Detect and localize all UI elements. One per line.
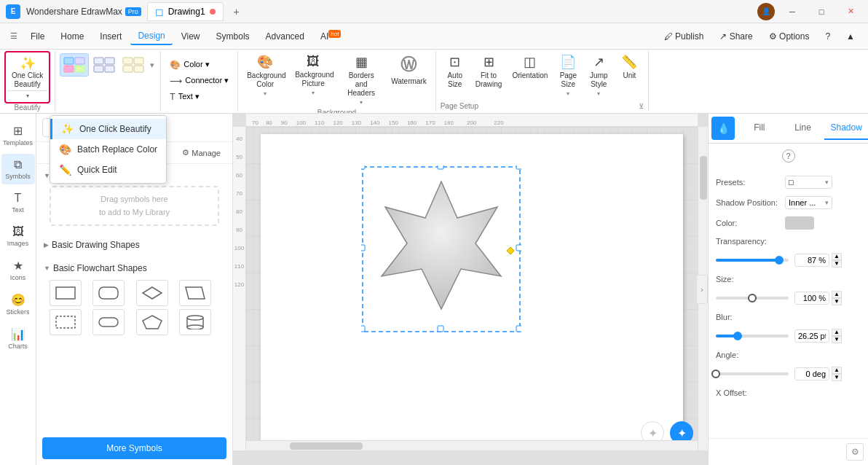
blur-spinner[interactable]: ▲ ▼: [832, 329, 842, 343]
menu-options[interactable]: ⚙ Options: [762, 28, 817, 44]
menu-share[interactable]: ↗ Share: [712, 28, 760, 44]
basic-drawing-header[interactable]: ▶ Basic Drawing Shapes: [44, 238, 225, 252]
blur-up[interactable]: ▲: [832, 329, 842, 336]
tab-fill[interactable]: Fill: [738, 117, 781, 140]
menu-ai[interactable]: AIhot: [313, 28, 348, 44]
shape-item-diamond[interactable]: [136, 280, 168, 306]
transparency-spinner[interactable]: ▲ ▼: [832, 253, 842, 267]
shape-item-rect2[interactable]: [50, 309, 82, 335]
tab-line[interactable]: Line: [781, 117, 825, 140]
blur-down[interactable]: ▼: [832, 336, 842, 343]
horizontal-scroll-thumb[interactable]: [290, 442, 363, 450]
borders-headers-button[interactable]: ▦ Borders andHeaders ▾: [339, 51, 384, 109]
help-button[interactable]: ?: [782, 149, 795, 163]
menu-expand[interactable]: ▲: [839, 28, 862, 44]
shadow-panel-icon[interactable]: 💧: [711, 117, 735, 140]
menu-view[interactable]: View: [174, 28, 208, 44]
auto-size-button[interactable]: ⊡ AutoSize: [441, 51, 470, 92]
style-btn-3[interactable]: [119, 53, 147, 77]
vertical-scroll-thumb[interactable]: [700, 156, 707, 200]
nav-back[interactable]: ☰: [6, 28, 22, 44]
close-button[interactable]: ✕: [839, 4, 862, 19]
size-down[interactable]: ▼: [832, 298, 842, 305]
style-btn-2[interactable]: [90, 53, 118, 77]
unit-button[interactable]: 📏 Unit: [615, 51, 644, 83]
transparency-thumb[interactable]: [775, 256, 784, 265]
angle-down[interactable]: ▼: [832, 374, 842, 381]
transparency-up[interactable]: ▲: [832, 253, 842, 260]
style-btn-1[interactable]: [60, 53, 89, 77]
sidebar-item-icons[interactable]: ★ Icons: [1, 254, 35, 286]
shape-item-rect[interactable]: [50, 280, 82, 306]
background-picture-button[interactable]: 🖼 BackgroundPicture ▾: [291, 51, 336, 99]
canvas-area[interactable]: 70 80 90 100 110 120 130 140 150 160 170…: [233, 114, 708, 465]
text-btn[interactable]: T Text ▾: [165, 90, 204, 103]
sidebar-item-symbols[interactable]: ⧉ Symbols: [1, 154, 35, 184]
minimize-button[interactable]: ─: [781, 4, 804, 19]
style-more-btn[interactable]: ▾: [149, 53, 156, 77]
watermark-button[interactable]: Ⓦ Watermark: [387, 51, 431, 89]
beautify-dropdown-arrow[interactable]: ▾: [7, 90, 47, 101]
one-click-beautify-button[interactable]: ✨ One Click Beautify ▾: [4, 51, 50, 103]
jump-style-button[interactable]: ↗ JumpStyle ▾: [584, 51, 613, 100]
dropdown-batch-replace-color[interactable]: 🎨 Batch Replace Color: [50, 139, 166, 160]
document-tab[interactable]: ◻ Drawing1: [147, 2, 224, 21]
shape-item-cylinder[interactable]: [179, 309, 211, 335]
angle-spinner[interactable]: ▲ ▼: [832, 367, 842, 381]
more-symbols-button[interactable]: More Symbols: [42, 437, 226, 459]
shape-item-parallelogram[interactable]: [179, 280, 211, 306]
avatar[interactable]: 👤: [757, 3, 775, 20]
sidebar-item-stickers[interactable]: 😊 Stickers: [1, 289, 35, 320]
sidebar-item-images[interactable]: 🖼 Images: [1, 221, 35, 251]
presets-select[interactable]: □ ▾: [785, 176, 832, 189]
blur-slider[interactable]: [716, 335, 789, 337]
collapse-right-panel-button[interactable]: ›: [696, 275, 708, 304]
horizontal-scrollbar[interactable]: [246, 440, 698, 450]
color-btn[interactable]: 🎨 Color ▾: [165, 58, 213, 71]
menu-file[interactable]: File: [23, 28, 52, 44]
shadow-position-select[interactable]: Inner ... ▾: [785, 196, 832, 209]
basic-flowchart-header[interactable]: ▼ Basic Flowchart Shapes: [44, 261, 225, 276]
size-up[interactable]: ▲: [832, 291, 842, 298]
angle-thumb[interactable]: [711, 370, 720, 378]
blur-thumb[interactable]: [733, 332, 742, 340]
menu-design[interactable]: Design: [130, 28, 172, 45]
angle-up[interactable]: ▲: [832, 367, 842, 374]
menu-publish[interactable]: 🖊 Publish: [657, 28, 711, 44]
blur-input[interactable]: [794, 329, 829, 343]
dropdown-quick-edit[interactable]: ✏️ Quick Edit: [50, 160, 166, 180]
color-swatch[interactable]: [785, 216, 814, 230]
size-input[interactable]: [794, 292, 829, 305]
fit-to-drawing-button[interactable]: ⊞ Fit toDrawing: [471, 51, 507, 92]
sidebar-item-templates[interactable]: ⊞ Templates: [1, 120, 35, 151]
shape-item-rounded-rect[interactable]: [92, 280, 125, 306]
transparency-slider[interactable]: [716, 259, 789, 262]
canvas-page[interactable]: [261, 134, 683, 443]
size-thumb[interactable]: [748, 294, 757, 302]
maximize-button[interactable]: □: [810, 4, 833, 19]
size-spinner[interactable]: ▲ ▼: [832, 291, 842, 305]
manage-button[interactable]: ⚙ Manage: [178, 146, 225, 159]
dropdown-one-click-beautify[interactable]: ✨ One Click Beautify: [50, 119, 166, 139]
menu-advanced[interactable]: Advanced: [259, 28, 312, 44]
page-size-button[interactable]: 📄 PageSize ▾: [553, 51, 583, 100]
sidebar-item-charts[interactable]: 📊 Charts: [1, 323, 35, 354]
menu-help[interactable]: ?: [818, 28, 837, 44]
angle-slider[interactable]: [716, 372, 789, 375]
menu-symbols[interactable]: Symbols: [209, 28, 257, 44]
transparency-input[interactable]: [794, 254, 829, 267]
menu-insert[interactable]: Insert: [92, 28, 129, 44]
new-tab-button[interactable]: +: [229, 4, 244, 19]
connector-btn[interactable]: ⟶ Connector ▾: [165, 74, 233, 87]
shape-item-rounded2[interactable]: [92, 309, 125, 335]
canvas-content[interactable]: [246, 127, 698, 450]
orientation-button[interactable]: ◫ Orientation: [508, 51, 552, 83]
size-slider[interactable]: [716, 297, 789, 300]
tab-shadow[interactable]: Shadow: [824, 117, 868, 140]
shape-item-pentagon[interactable]: [136, 309, 168, 335]
background-color-button[interactable]: 🎨 BackgroundColor ▾: [242, 51, 288, 100]
page-setup-expand[interactable]: ⊻: [639, 102, 644, 110]
angle-input[interactable]: [794, 367, 829, 380]
transparency-down[interactable]: ▼: [832, 260, 842, 267]
shape-container[interactable]: [370, 174, 513, 327]
